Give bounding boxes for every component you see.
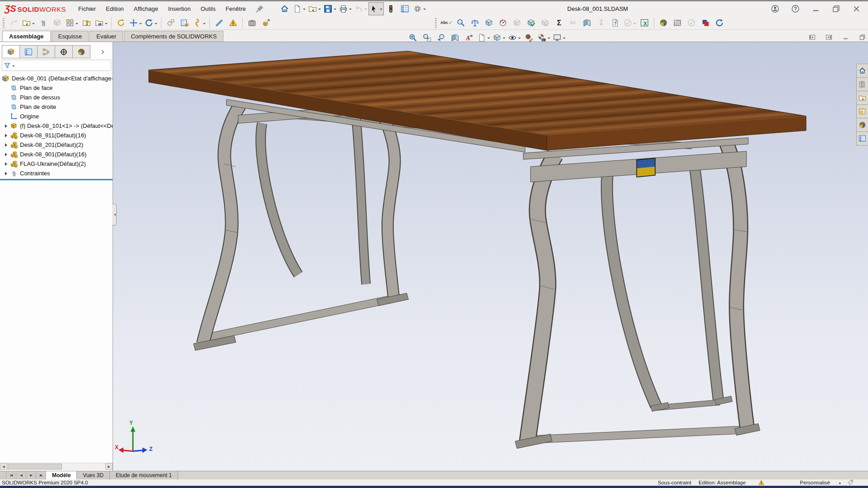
taskpane-home-tab[interactable] [856, 64, 868, 78]
panel-horizontal-scrollbar[interactable]: ◀ ▶ [0, 463, 113, 470]
insert-component-button[interactable] [21, 16, 36, 29]
file-properties-button[interactable] [398, 2, 412, 15]
tree-item-desk-08-101[interactable]: (f) Desk-08_101<1> -> (Défaut<<Défa [0, 121, 113, 131]
zoom-area-button[interactable] [420, 31, 434, 44]
window-minimize-button[interactable] [839, 32, 852, 42]
tab-complements[interactable]: Compléments de SOLIDWORKS [124, 31, 223, 42]
dropdown-caret-icon[interactable] [32, 23, 35, 26]
dropdown-caret-icon[interactable] [518, 38, 521, 40]
taskpane-view-palette-tab[interactable] [856, 105, 868, 118]
toolbar-drag-handle[interactable] [3, 18, 5, 28]
menu-fichier[interactable]: Fichier [73, 4, 101, 14]
expander-arrow-icon[interactable] [4, 153, 10, 156]
free-drag-button[interactable] [143, 16, 159, 29]
tree-item-origine[interactable]: Origine [0, 112, 113, 121]
measure-button[interactable] [454, 16, 468, 29]
collapse-left-pane-button[interactable] [806, 32, 818, 42]
zoom-fit-button[interactable] [406, 31, 420, 44]
dropdown-caret-icon[interactable] [380, 9, 382, 11]
restore-button[interactable] [829, 2, 843, 15]
smart-components-button[interactable] [192, 16, 207, 29]
new-document-button[interactable] [292, 2, 307, 15]
menu-affichage[interactable]: Affichage [129, 4, 163, 14]
dropdown-caret-icon[interactable] [503, 38, 505, 40]
tree-item-desk-08-911[interactable]: Desk-08_911(Défaut)(16) [0, 131, 113, 140]
insert-component-preview-button[interactable] [7, 16, 21, 29]
dropdown-caret-icon[interactable] [318, 9, 321, 11]
collapse-right-pane-button[interactable] [822, 32, 835, 42]
dropdown-caret-icon[interactable] [75, 23, 78, 26]
dropdown-caret-icon[interactable] [423, 9, 426, 11]
verification-button[interactable] [684, 16, 698, 29]
edit-component-button[interactable] [80, 16, 94, 29]
mass-properties-button[interactable] [468, 16, 482, 29]
expander-arrow-icon[interactable] [4, 134, 10, 137]
close-button[interactable] [849, 2, 863, 15]
tab-vues-3d[interactable]: Vues 3D [77, 471, 110, 479]
featuremanager-tab[interactable] [2, 45, 19, 58]
minimize-button[interactable] [808, 2, 823, 15]
view-orientation-button[interactable] [491, 31, 507, 44]
tree-item-plan-de-droite[interactable]: Plan de droite [0, 102, 113, 112]
tab-modele[interactable]: Modèle [46, 471, 77, 479]
view-settings-button[interactable] [552, 31, 567, 44]
table-model[interactable] [149, 51, 806, 448]
home-button[interactable] [278, 2, 292, 15]
section-view-button[interactable] [448, 31, 462, 44]
compress-button[interactable]: ↧ [594, 16, 608, 29]
equations-button[interactable]: Σ [552, 16, 566, 29]
dropdown-caret-icon[interactable] [155, 23, 157, 26]
previous-view-button[interactable] [434, 31, 448, 44]
assembly-visualization-button[interactable] [524, 16, 538, 29]
tree-item-desk-08-201[interactable]: Desk-08_201(Défaut)(2) [0, 140, 113, 150]
tag-icon[interactable] [847, 479, 854, 486]
snapshot-button[interactable] [245, 16, 259, 29]
panel-splitter-handle[interactable] [112, 204, 117, 225]
tree-item-contraintes[interactable]: Contraintes [0, 169, 113, 178]
help-button[interactable] [788, 2, 802, 15]
ukraine-flag-decal[interactable] [637, 158, 655, 177]
taskpane-custom-properties-tab[interactable] [856, 132, 868, 145]
dropdown-caret-icon[interactable] [364, 9, 367, 11]
graphics-viewport[interactable]: Y X Z [113, 42, 868, 471]
menu-insertion[interactable]: Insertion [163, 4, 196, 14]
taskpane-appearances-tab[interactable] [856, 118, 868, 132]
expander-arrow-icon[interactable] [4, 172, 10, 175]
motion-next-button[interactable]: ▶ [26, 471, 36, 479]
tree-item-desk-08-901[interactable]: Desk-08_901(Défaut)(16) [0, 150, 113, 159]
measure-align-button[interactable] [212, 16, 226, 29]
menu-edition[interactable]: Edition [101, 4, 129, 14]
motion-first-button[interactable]: |◀ [6, 471, 16, 479]
tab-esquisse[interactable]: Esquisse [52, 31, 89, 42]
component-pattern-button[interactable] [64, 16, 80, 29]
expander-arrow-icon[interactable] [4, 143, 10, 147]
account-button[interactable] [768, 2, 782, 15]
interference-button[interactable] [482, 16, 496, 29]
tree-item-plan-de-dessus[interactable]: Plan de dessus [0, 93, 113, 102]
open-document-button[interactable] [307, 2, 322, 15]
rebuild-warning-icon[interactable] [758, 479, 764, 486]
export-table-button[interactable] [637, 16, 651, 29]
move-component-button[interactable] [128, 16, 143, 29]
annotations-button[interactable] [462, 31, 476, 44]
menu-fenetre[interactable]: Fenêtre [221, 4, 251, 14]
expander-arrow-icon[interactable] [4, 124, 10, 128]
preview-window-button[interactable] [50, 16, 64, 29]
tree-item-assembly-root[interactable]: Desk-08_001 (Défaut<Etat d'affichage-1>) [0, 74, 113, 83]
dropdown-caret-icon[interactable] [487, 38, 490, 40]
dropdown-caret-icon[interactable] [633, 23, 636, 26]
check-document-button[interactable] [538, 16, 552, 29]
rebuild-button[interactable] [384, 2, 398, 15]
attachments-button[interactable] [36, 16, 50, 29]
bill-of-materials-button[interactable] [178, 16, 192, 29]
update-button[interactable] [712, 16, 726, 29]
draft-analysis-button[interactable] [580, 16, 594, 29]
motion-prev-button[interactable]: ◀ [16, 471, 26, 479]
spellcheck-button[interactable]: Abc✓ [439, 16, 454, 29]
motion-last-button[interactable]: ▶| [36, 471, 46, 479]
edit-appearance-button[interactable] [522, 31, 536, 44]
dropdown-caret-icon[interactable] [303, 9, 306, 11]
save-button[interactable] [322, 2, 338, 15]
tab-evaluer[interactable]: Evaluer [90, 31, 123, 42]
dropdown-caret-icon[interactable] [349, 9, 352, 11]
